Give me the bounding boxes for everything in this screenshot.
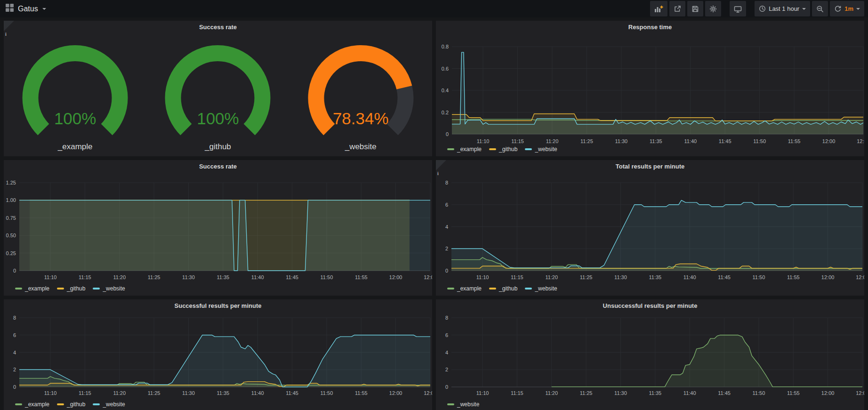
gauge-website: 78.34% _website — [289, 35, 432, 153]
svg-text:0.4: 0.4 — [442, 88, 449, 93]
svg-text:12:00: 12:00 — [822, 138, 836, 144]
svg-text:2: 2 — [13, 367, 16, 372]
legend-series-name: _example — [457, 146, 482, 153]
svg-text:11:15: 11:15 — [511, 274, 523, 280]
svg-text:0.6: 0.6 — [442, 66, 449, 72]
legend-item-website[interactable]: _website — [525, 285, 557, 292]
panel-response-time: Response time 11:1011:1511:2011:2511:301… — [436, 21, 864, 156]
share-icon — [674, 5, 681, 13]
gauge-label: _github — [146, 142, 289, 152]
svg-text:11:45: 11:45 — [719, 138, 731, 144]
dashboards-grid-icon[interactable] — [6, 4, 14, 14]
legend-series-marker — [525, 288, 532, 289]
add-panel-icon — [654, 5, 663, 13]
chart-legend: _example_github_website — [15, 401, 125, 408]
legend-series-name: _example — [25, 285, 49, 292]
chevron-down-icon — [802, 8, 806, 10]
svg-text:11:50: 11:50 — [321, 390, 333, 396]
legend-item-example[interactable]: _example — [447, 146, 482, 153]
svg-text:8: 8 — [445, 315, 448, 321]
svg-text:12:05: 12:05 — [424, 274, 432, 280]
grafana-dashboard: Gatus — [0, 0, 868, 410]
share-button[interactable] — [669, 1, 685, 16]
svg-text:11:25: 11:25 — [580, 138, 593, 144]
svg-text:11:50: 11:50 — [753, 274, 765, 280]
legend-series-name: _website — [535, 285, 557, 292]
legend-series-name: _example — [457, 285, 482, 292]
legend-item-website[interactable]: _website — [93, 401, 125, 408]
svg-text:11:40: 11:40 — [684, 138, 697, 144]
svg-text:0: 0 — [13, 384, 16, 390]
svg-text:11:30: 11:30 — [182, 274, 195, 280]
toolbar-spacer — [748, 1, 753, 16]
save-button[interactable] — [687, 1, 703, 16]
legend-item-github[interactable]: _github — [57, 285, 85, 292]
legend-series-name: _github — [499, 146, 517, 153]
zoom-out-icon — [816, 5, 824, 13]
svg-text:11:15: 11:15 — [79, 390, 91, 396]
panel-success-rate-graph: Success rate 11:1011:1511:2011:2511:3011… — [4, 160, 432, 296]
svg-text:6: 6 — [445, 202, 448, 208]
legend-series-name: _github — [67, 401, 85, 408]
toolbar-spacer — [723, 1, 728, 16]
svg-text:2: 2 — [445, 246, 448, 251]
legend-series-marker — [93, 288, 100, 289]
clock-icon — [759, 5, 766, 12]
legend-series-marker — [93, 403, 100, 405]
svg-text:11:15: 11:15 — [79, 274, 91, 280]
svg-text:11:10: 11:10 — [476, 274, 489, 280]
svg-text:11:40: 11:40 — [683, 274, 696, 280]
svg-text:0.8: 0.8 — [442, 44, 449, 49]
tv-monitor-icon — [734, 5, 742, 13]
legend-item-example[interactable]: _example — [15, 401, 49, 408]
svg-text:11:25: 11:25 — [580, 390, 593, 396]
legend-item-github[interactable]: _github — [489, 285, 517, 292]
svg-text:8: 8 — [13, 315, 16, 321]
time-range-picker[interactable]: Last 1 hour — [755, 1, 810, 16]
svg-text:12:00: 12:00 — [821, 274, 835, 280]
svg-text:11:35: 11:35 — [217, 274, 229, 280]
legend-item-website[interactable]: _website — [447, 401, 479, 408]
svg-text:11:55: 11:55 — [787, 390, 800, 396]
svg-text:11:35: 11:35 — [649, 274, 661, 280]
svg-text:11:20: 11:20 — [113, 390, 126, 396]
panel-successful-results: Successful results per minute 11:1011:15… — [4, 299, 432, 410]
settings-button[interactable] — [705, 1, 721, 16]
legend-item-example[interactable]: _example — [447, 285, 482, 292]
legend-item-github[interactable]: _github — [489, 146, 517, 153]
refresh-button[interactable]: 1m — [830, 1, 864, 16]
zoom-out-button[interactable] — [812, 1, 828, 16]
response-time-chart[interactable]: 11:1011:1511:2011:2511:3011:3511:4011:45… — [436, 21, 864, 156]
svg-text:4: 4 — [445, 224, 448, 230]
svg-text:11:55: 11:55 — [355, 390, 368, 396]
cycle-view-button[interactable] — [730, 1, 746, 16]
svg-text:11:25: 11:25 — [148, 390, 161, 396]
chart-legend: _example_github_website — [447, 146, 557, 153]
success-rate-chart[interactable]: 11:1011:1511:2011:2511:3011:3511:4011:45… — [4, 160, 432, 296]
successful-results-chart[interactable]: 11:1011:1511:2011:2511:3011:3511:4011:45… — [4, 299, 432, 410]
svg-text:11:40: 11:40 — [251, 390, 264, 396]
svg-text:2: 2 — [445, 367, 448, 372]
dashboard-title[interactable]: Gatus — [18, 5, 38, 13]
legend-item-example[interactable]: _example — [15, 285, 49, 292]
legend-series-marker — [489, 148, 496, 150]
gauge-label: _example — [4, 142, 146, 152]
refresh-icon — [834, 5, 842, 13]
legend-series-marker — [447, 403, 454, 405]
chart-legend: _website — [447, 401, 479, 408]
gauge-label: _website — [289, 142, 432, 152]
panel-title[interactable]: Success rate — [4, 24, 432, 31]
legend-series-name: _website — [535, 146, 557, 153]
total-results-chart[interactable]: 11:1011:1511:2011:2511:3011:3511:4011:45… — [436, 160, 864, 296]
svg-text:11:35: 11:35 — [650, 138, 662, 144]
chevron-down-icon[interactable] — [42, 8, 46, 10]
svg-text:12:00: 12:00 — [389, 390, 402, 396]
svg-text:11:55: 11:55 — [787, 274, 800, 280]
add-panel-button[interactable] — [650, 1, 667, 16]
unsuccessful-results-chart[interactable]: 11:1011:1511:2011:2511:3011:3511:4011:45… — [436, 299, 864, 410]
legend-item-website[interactable]: _website — [93, 285, 125, 292]
panel-success-rate-gauges: i Success rate 100% _example 100% _githu… — [4, 21, 432, 156]
legend-item-github[interactable]: _github — [57, 401, 85, 408]
legend-item-website[interactable]: _website — [525, 146, 557, 153]
svg-text:11:30: 11:30 — [614, 274, 627, 280]
